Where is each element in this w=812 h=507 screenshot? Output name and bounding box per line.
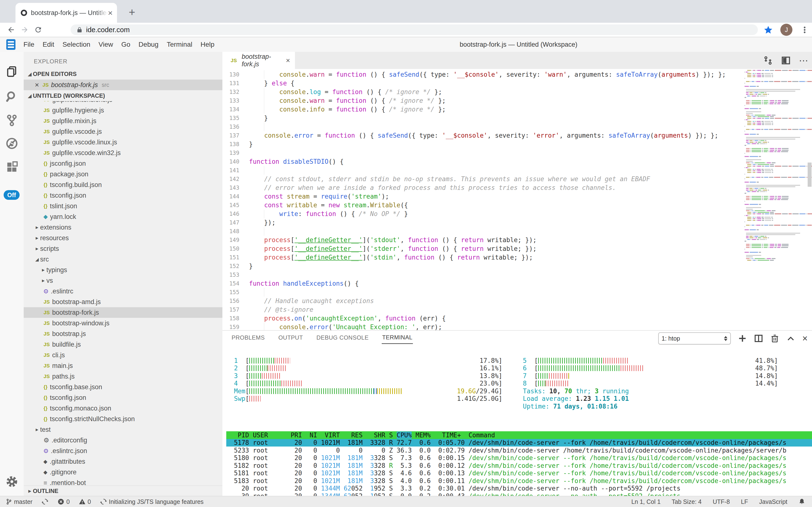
process-row[interactable]: 5182 root 20 0 1021M 181M 3328 R 5.3 0.6…: [226, 462, 812, 469]
menu-item-terminal[interactable]: Terminal: [163, 41, 196, 48]
tree-item[interactable]: ▸typings: [24, 265, 223, 275]
tree-item[interactable]: JSgulpfile.vscode.linux.js: [24, 137, 223, 148]
minimap[interactable]: [745, 70, 806, 261]
status-lf[interactable]: LF: [741, 498, 748, 505]
status-spin[interactable]: Initializing JS/TS language features: [100, 498, 203, 505]
browser-menu-icon[interactable]: [799, 24, 810, 35]
toggle-editor-layout-icon[interactable]: [763, 56, 773, 65]
tree-item[interactable]: JSgulpfile.mixin.js: [24, 116, 223, 126]
tree-item[interactable]: ⊙.eslintrc.json: [24, 446, 223, 456]
tree-item[interactable]: {}tsconfig.build.json: [24, 179, 223, 190]
tree-item[interactable]: ▸test: [24, 424, 223, 435]
tree-item[interactable]: JSbootstrap-amd.js: [24, 296, 223, 307]
reload-icon[interactable]: [32, 23, 45, 37]
forward-icon[interactable]: [18, 23, 32, 37]
maximize-panel-icon[interactable]: [787, 334, 795, 343]
htop-table-header[interactable]: PID USER PRI NI VIRT RES SHR S CPU% MEM%…: [226, 431, 812, 439]
menu-item-help[interactable]: Help: [196, 41, 218, 48]
menu-item-file[interactable]: File: [19, 41, 39, 48]
back-icon[interactable]: [4, 23, 18, 37]
tree-item[interactable]: JSgulpfile.vscode.win32.js: [24, 148, 223, 158]
open-editors-header[interactable]: ◢ OPEN EDITORS: [24, 69, 223, 79]
split-editor-icon[interactable]: [781, 56, 791, 65]
open-editor-item[interactable]: × JS bootstrap-fork.js src: [24, 79, 223, 90]
tree-item[interactable]: ⚙.editorconfig: [24, 435, 223, 446]
tree-item[interactable]: JSbootstrap-window.js: [24, 318, 223, 329]
panel-tab-debug-console[interactable]: DEBUG CONSOLE: [316, 332, 369, 343]
tree-item[interactable]: ▸vs: [24, 275, 223, 286]
url-bar[interactable]: ide.coder.com: [71, 24, 758, 35]
menu-item-view[interactable]: View: [95, 41, 117, 48]
panel-tab-output[interactable]: OUTPUT: [278, 332, 303, 343]
code-editor[interactable]: 130 console.warn = function () { safeSen…: [223, 69, 812, 330]
process-row[interactable]: 5181 root 20 0 1021M 181M 3328 S 4.6 0.6…: [226, 469, 812, 477]
terminal-select[interactable]: 1: htop: [658, 332, 731, 344]
tree-item[interactable]: ▸scripts: [24, 243, 223, 254]
tree-item[interactable]: ◢src: [24, 254, 223, 265]
tree-item[interactable]: ⊙.eslintrc: [24, 286, 223, 296]
menu-item-go[interactable]: Go: [117, 41, 134, 48]
settings-gear-icon[interactable]: [0, 471, 24, 493]
menu-item-selection[interactable]: Selection: [58, 41, 94, 48]
status-error[interactable]: 0: [58, 498, 70, 505]
tree-item[interactable]: {}jsconfig.json: [24, 158, 223, 169]
process-row[interactable]: 5180 root 20 0 1021M 181M 3328 S 7.3 0.6…: [226, 454, 812, 462]
editor-tab[interactable]: JS bootstrap-fork.js ×: [223, 52, 295, 69]
split-terminal-icon[interactable]: [754, 334, 763, 343]
tree-item[interactable]: JSbuildfile.js: [24, 339, 223, 350]
tree-item[interactable]: ▸resources: [24, 233, 223, 243]
tree-item[interactable]: {}tslint.json: [24, 201, 223, 211]
tree-item[interactable]: JSpaths.js: [24, 371, 223, 382]
status-ln-1-col-1[interactable]: Ln 1, Col 1: [631, 498, 661, 505]
process-row[interactable]: 5233 root 20 0 0 0 0 Z 36.3 0.0 0:02.79 …: [226, 447, 812, 454]
close-panel-icon[interactable]: ×: [802, 334, 808, 343]
new-terminal-icon[interactable]: [738, 334, 747, 343]
editor-scrollbar[interactable]: [808, 163, 812, 187]
tab-close-icon[interactable]: ×: [108, 9, 113, 17]
new-tab-button[interactable]: +: [125, 5, 139, 19]
workspace-header[interactable]: ◢ UNTITLED (WORKSPACE): [24, 91, 223, 101]
explorer-icon[interactable]: [0, 60, 24, 82]
tree-item[interactable]: JSbootstrap.js: [24, 329, 223, 339]
more-actions-icon[interactable]: ⋯: [799, 56, 808, 65]
tree-item[interactable]: JSbootstrap-fork.js: [24, 307, 223, 318]
status-sync[interactable]: [42, 498, 48, 505]
tree-item[interactable]: JSgulpfile.hygiene.js: [24, 105, 223, 116]
menu-item-edit[interactable]: Edit: [39, 41, 58, 48]
notifications-bell[interactable]: [799, 498, 805, 505]
outline-header[interactable]: ▸ OUTLINE: [24, 486, 223, 496]
tree-item[interactable]: {}package.json: [24, 169, 223, 179]
browser-tab[interactable]: bootstrap-fork.js — Untitled (W ×: [15, 3, 117, 23]
tree-item[interactable]: {}tsconfig.json: [24, 190, 223, 201]
tree-item[interactable]: JSmain.js: [24, 360, 223, 371]
panel-tab-terminal[interactable]: TERMINAL: [382, 332, 413, 344]
status-tab-size-4[interactable]: Tab Size: 4: [672, 498, 702, 505]
tree-item[interactable]: {}tsconfig.strictNullChecks.json: [24, 414, 223, 424]
tree-item[interactable]: {}tsconfig.base.json: [24, 382, 223, 392]
status-javascript[interactable]: JavaScript: [759, 498, 787, 505]
process-row[interactable]: 20 root 20 0 1344M 62052 1952 S 3.3 0.2 …: [226, 485, 812, 493]
debug-disabled-icon[interactable]: [0, 132, 24, 154]
off-badge[interactable]: Off: [4, 190, 19, 200]
tree-item[interactable]: ◆.gitattributes: [24, 456, 223, 467]
status-warning[interactable]: 0: [79, 498, 91, 505]
menu-item-debug[interactable]: Debug: [134, 41, 163, 48]
tree-item[interactable]: ◆yarn.lock: [24, 211, 223, 222]
avatar[interactable]: J: [780, 24, 793, 36]
source-control-icon[interactable]: [0, 109, 24, 131]
process-row[interactable]: 5178 root 20 0 1021M 181M 3328 R 72.7 0.…: [226, 439, 812, 447]
extensions-icon[interactable]: [0, 156, 24, 178]
tree-item[interactable]: {}tsconfig.monaco.json: [24, 403, 223, 414]
tree-item[interactable]: ◆.gitignore: [24, 467, 223, 477]
process-row[interactable]: 5183 root 20 0 1021M 181M 3328 S 4.0 0.6…: [226, 477, 812, 485]
tree-item[interactable]: JSgulpfile.vscode.js: [24, 126, 223, 137]
kill-terminal-icon[interactable]: [770, 334, 779, 343]
editor-tab-close-icon[interactable]: ×: [286, 56, 290, 65]
panel-tab-problems[interactable]: PROBLEMS: [231, 332, 265, 343]
search-icon[interactable]: [0, 86, 24, 107]
status-branch[interactable]: master: [6, 498, 33, 505]
tree-item[interactable]: ▸extensions: [24, 222, 223, 233]
tree-item[interactable]: {}tsconfig.json: [24, 392, 223, 403]
status-utf-8[interactable]: UTF-8: [713, 498, 730, 505]
close-editor-icon[interactable]: ×: [35, 81, 39, 89]
